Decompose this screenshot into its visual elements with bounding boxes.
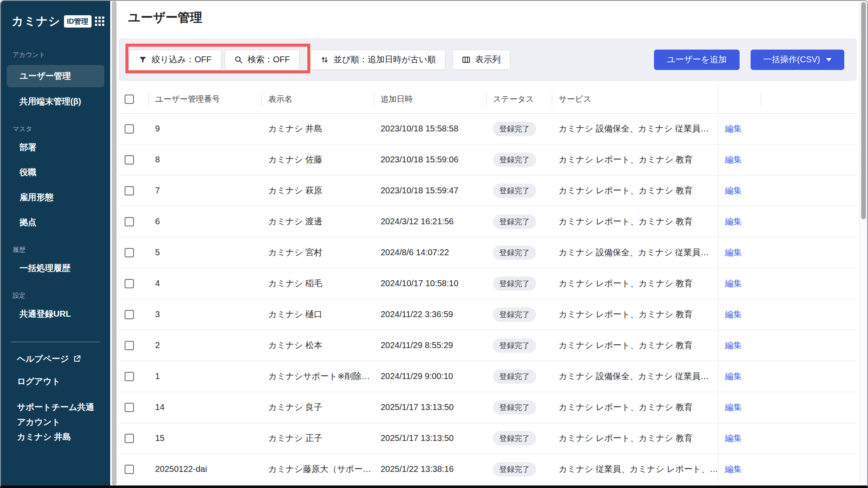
cell-display-name: カミナシサポート※削除… [262,361,374,392]
filter-button[interactable]: 絞り込み：OFF [129,50,221,70]
cell-user-id: 9 [148,113,262,144]
status-badge: 登録完了 [493,369,536,384]
cell-services: カミナシ 設備保全、カミナシ 従業員… [552,237,718,268]
edit-link[interactable]: 編集 [725,464,742,474]
cell-extra [761,144,857,175]
external-link-icon [73,355,81,363]
sidebar-item-user-management[interactable]: ユーザー管理 [7,65,104,87]
search-icon [234,56,243,64]
row-checkbox[interactable] [125,465,134,474]
bulk-action-button-label: 一括操作(CSV) [763,54,820,65]
col-header-added-date: 追加日時 [374,86,486,113]
sidebar-scrollbar-thumb[interactable] [112,1,117,485]
sidebar-item-batch-history[interactable]: 一括処理履歴 [1,257,110,279]
sidebar-item-departments[interactable]: 部署 [1,137,110,158]
cell-services: カミナシ レポート、カミナシ 教育 [552,299,718,330]
status-badge: 登録完了 [493,307,536,322]
cell-user-id: 20250122-dai [148,454,262,485]
cell-added-date: 2024/10/17 10:58:10 [374,268,486,299]
sidebar-item-roles[interactable]: 役職 [1,162,110,183]
cell-status: 登録完了 [486,144,552,175]
sidebar-item-employment-types[interactable]: 雇用形態 [1,187,110,208]
cell-user-id: 7 [148,175,262,206]
cell-edit: 編集 [718,392,761,423]
edit-link[interactable]: 編集 [725,217,742,226]
cell-status: 登録完了 [486,299,552,330]
cell-user-id: 8 [148,144,262,175]
page-scrollbar-thumb[interactable] [861,2,866,219]
cell-added-date: 2025/1/22 13:38:16 [374,454,486,485]
status-badge: 登録完了 [493,215,536,229]
select-all-checkbox[interactable] [125,95,134,104]
status-badge: 登録完了 [493,245,536,260]
edit-link[interactable]: 編集 [725,402,742,412]
row-checkbox[interactable] [125,124,134,134]
status-badge: 登録完了 [493,122,536,136]
cell-display-name: カミナシ 良子 [262,392,374,423]
row-checkbox[interactable] [125,372,134,381]
row-checkbox[interactable] [125,248,134,257]
cell-extra [761,423,857,454]
sidebar-item-shared-devices[interactable]: 共用端末管理(β) [1,91,110,112]
cell-services: カミナシ レポート、カミナシ 教育 [552,144,718,175]
cell-added-date: 2023/10/18 15:59:06 [374,144,486,175]
edit-link[interactable]: 編集 [725,340,742,350]
col-header-status: ステータス [486,86,552,113]
brand-badge: ID管理 [64,15,92,28]
logout-label: ログアウト [17,376,60,387]
cell-status: 登録完了 [486,330,552,361]
add-user-button[interactable]: ユーザーを追加 [654,50,739,70]
cell-status: 登録完了 [486,423,552,454]
add-user-button-label: ユーザーを追加 [667,54,726,65]
cell-services: カミナシ レポート、カミナシ 教育 [552,175,718,206]
cell-added-date: 2023/10/18 15:58:58 [374,113,486,144]
edit-link[interactable]: 編集 [725,310,742,319]
row-checkbox[interactable] [125,403,134,412]
edit-link[interactable]: 編集 [725,248,742,257]
sidebar-item-common-registration-url[interactable]: 共通登録URL [1,303,110,325]
cell-user-id: 1 [148,361,262,392]
cell-display-name: カミナシ 佐藤 [262,144,374,175]
search-button[interactable]: 検索：OFF [225,50,300,70]
brand-logo: カミナシ [12,14,61,29]
table-row: 15 カミナシ 正子 2025/1/17 13:13:50 登録完了 カミナシ … [119,423,857,454]
row-checkbox[interactable] [125,217,134,226]
apps-grid-icon[interactable] [95,17,104,26]
sidebar-item-locations[interactable]: 拠点 [1,212,110,233]
row-checkbox[interactable] [125,310,134,319]
cell-services: カミナシ レポート、カミナシ 教育 [552,423,718,454]
edit-link[interactable]: 編集 [725,371,742,381]
row-checkbox[interactable] [125,186,134,195]
cell-extra [761,330,857,361]
cell-edit: 編集 [718,454,761,485]
edit-link[interactable]: 編集 [725,433,742,443]
logo-row: カミナシ ID管理 [12,14,103,29]
bulk-action-button[interactable]: 一括操作(CSV) [751,50,844,70]
cell-user-id: 15 [148,423,262,454]
logout-link[interactable]: ログアウト [17,376,110,387]
edit-link[interactable]: 編集 [725,155,742,164]
cell-extra [761,206,857,237]
cell-extra [761,113,857,144]
row-checkbox[interactable] [125,434,134,443]
cell-edit: 編集 [718,330,761,361]
cell-added-date: 2025/1/17 13:13:50 [374,392,486,423]
edit-link[interactable]: 編集 [725,124,742,133]
edit-link[interactable]: 編集 [725,279,742,288]
col-header-services: サービス [552,86,718,113]
cell-display-name: カミナシ 井島 [262,113,374,144]
row-checkbox[interactable] [125,279,134,288]
cell-added-date: 2025/1/17 13:13:50 [374,423,486,454]
row-checkbox[interactable] [125,155,134,165]
status-badge: 登録完了 [493,400,536,415]
cell-display-name: カミナシ 萩原 [262,175,374,206]
help-page-link[interactable]: ヘルプページ [17,353,110,365]
columns-button[interactable]: 表示列 [452,50,510,70]
row-checkbox[interactable] [125,341,134,350]
cell-edit: 編集 [718,423,761,454]
sort-button[interactable]: 並び順：追加日時が古い順 [311,50,445,70]
section-label-account: アカウント [13,51,110,59]
table-row: 8 カミナシ 佐藤 2023/10/18 15:59:06 登録完了 カミナシ … [119,144,857,175]
edit-link[interactable]: 編集 [725,186,742,195]
cell-display-name: カミナシ藤原大（サポー… [262,454,374,485]
